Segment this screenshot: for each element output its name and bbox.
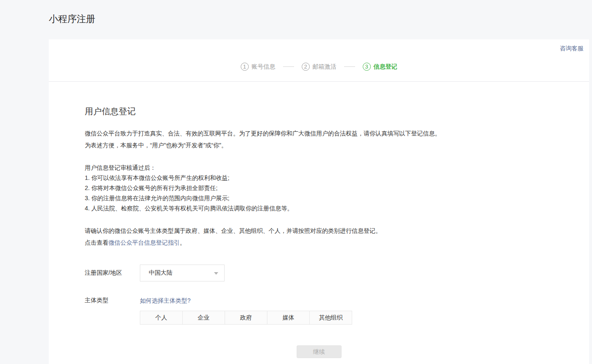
card-header: 咨询客服 1 账号信息 2 邮箱激活 3 信息登记 [49,39,589,82]
entity-type-row: 主体类型 如何选择主体类型? 个人 企业 政府 媒体 其他组织 [85,297,564,325]
entity-type-label: 主体类型 [85,297,140,304]
confirm-line-1: 请确认你的微信公众账号主体类型属于政府、媒体、企业、其他组织、个人，并请按照对应… [85,225,564,237]
confirm-line-2: 点击查看微信公众平台信息登记指引。 [85,237,564,248]
step-indicator: 1 账号信息 2 邮箱激活 3 信息登记 [49,63,589,71]
section-heading: 用户信息登记 [85,106,564,117]
tab-media[interactable]: 媒体 [267,311,310,325]
step-2-label: 邮箱激活 [313,63,336,71]
step-1-circle-icon: 1 [241,63,249,71]
entity-type-tabs: 个人 企业 政府 媒体 其他组织 [140,311,352,325]
entity-type-help-link[interactable]: 如何选择主体类型? [140,297,191,305]
review-item-4: 4. 人民法院、检察院、公安机关等有权机关可向腾讯依法调取你的注册信息等。 [85,203,564,213]
step-account-info: 1 账号信息 [241,63,275,71]
review-rules: 用户信息登记审核通过后： 1. 你可以依法享有本微信公众账号所产生的权利和收益;… [85,163,564,213]
review-item-1: 1. 你可以依法享有本微信公众账号所产生的权利和收益; [85,173,564,183]
tab-government[interactable]: 政府 [225,311,267,325]
tab-individual[interactable]: 个人 [140,311,183,325]
country-label: 注册国家/地区 [85,269,140,277]
entity-type-content: 如何选择主体类型? 个人 企业 政府 媒体 其他组织 [140,297,352,325]
continue-button[interactable]: 继续 [297,345,342,358]
intro-line-2: 为表述方便，本服务中，“用户”也称为“开发者”或“你”。 [85,139,564,151]
review-item-2: 2. 你将对本微信公众账号的所有行为承担全部责任; [85,183,564,193]
step-separator [344,66,355,67]
tab-other-organization[interactable]: 其他组织 [309,311,352,325]
page-title: 小程序注册 [49,13,95,25]
step-2-circle-icon: 2 [302,63,310,71]
country-select-value: 中国大陆 [149,269,172,277]
intro-line-1: 微信公众平台致力于打造真实、合法、有效的互联网平台。为了更好的保障你和广大微信用… [85,127,564,139]
registration-card: 咨询客服 1 账号信息 2 邮箱激活 3 信息登记 用户信息登记 微信公众平台致… [49,39,589,364]
step-1-label: 账号信息 [252,63,275,71]
confirm-text: 请确认你的微信公众账号主体类型属于政府、媒体、企业、其他组织、个人，并请按照对应… [85,225,564,248]
country-row: 注册国家/地区 中国大陆 [85,265,564,281]
card-body: 用户信息登记 微信公众平台致力于打造真实、合法、有效的互联网平台。为了更好的保障… [49,82,589,325]
step-3-circle-icon: 3 [363,63,371,71]
step-info-registration: 3 信息登记 [363,63,397,71]
review-item-3: 3. 你的注册信息将在法律允许的范围内向微信用户展示; [85,193,564,203]
review-title: 用户信息登记审核通过后： [85,163,564,173]
step-separator [283,66,294,67]
chevron-down-icon [214,272,218,275]
country-select[interactable]: 中国大陆 [140,265,225,281]
registration-guide-link[interactable]: 微信公众平台信息登记指引 [108,239,180,246]
tab-enterprise[interactable]: 企业 [182,311,225,325]
step-3-label: 信息登记 [374,63,397,71]
confirm-line-2-suffix: 。 [180,239,186,246]
confirm-line-2-prefix: 点击查看 [85,239,108,246]
consult-support-link[interactable]: 咨询客服 [560,45,584,52]
continue-row: 继续 [49,345,589,358]
step-email-activation: 2 邮箱激活 [302,63,336,71]
intro-text: 微信公众平台致力于打造真实、合法、有效的互联网平台。为了更好的保障你和广大微信用… [85,127,564,151]
